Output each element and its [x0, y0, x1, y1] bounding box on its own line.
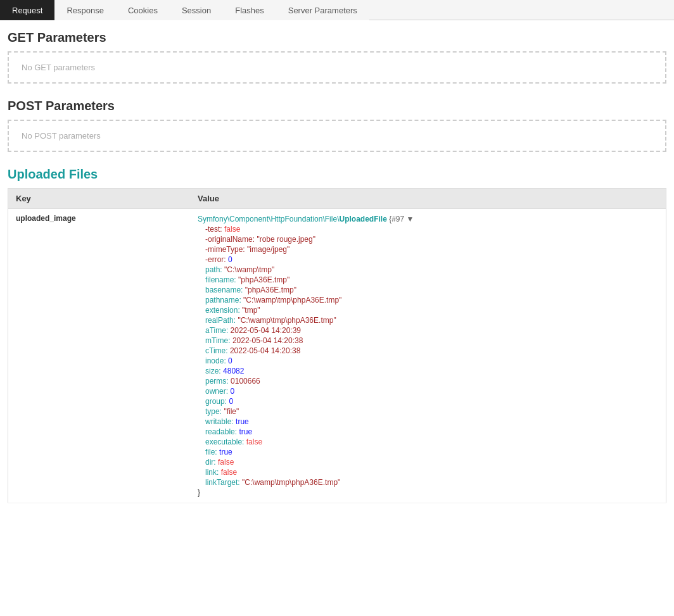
property-line: link: false [205, 467, 658, 477]
property-line: path: "C:\wamp\tmp" [205, 265, 658, 275]
prop-name: -error: [205, 255, 226, 264]
table-row: uploaded_imageSymfony\Component\HttpFoun… [8, 209, 666, 503]
prop-value: 0 [228, 356, 232, 365]
property-line: pathname: "C:\wamp\tmp\phpA36E.tmp" [205, 295, 658, 305]
property-line: linkTarget: "C:\wamp\tmp\phpA36E.tmp" [205, 477, 658, 487]
col-value-header: Value [190, 189, 666, 209]
prop-name: perms: [205, 377, 229, 386]
post-empty-message: No POST parameters [22, 131, 101, 141]
property-line: size: 48082 [205, 366, 658, 376]
prop-value: 2022-05-04 14:20:38 [230, 346, 300, 355]
closing-brace: } [198, 487, 658, 498]
prop-name: linkTarget: [205, 478, 240, 487]
prop-value: "file" [224, 407, 239, 416]
property-line: executable: false [205, 437, 658, 447]
prop-name: type: [205, 407, 222, 416]
class-namespace[interactable]: Symfony\Component\HttpFoundation\File\ [198, 215, 339, 223]
tab-bar: Request Response Cookies Session Flashes… [0, 0, 674, 20]
property-line: dir: false [205, 457, 658, 467]
prop-value: false [224, 225, 240, 234]
prop-value: "C:\wamp\tmp\phpA36E.tmp" [243, 296, 341, 305]
class-declaration: Symfony\Component\HttpFoundation\File\Up… [198, 214, 658, 224]
property-line: -error: 0 [205, 255, 658, 265]
prop-value: true [219, 448, 232, 456]
prop-value: "phpA36E.tmp" [245, 286, 296, 294]
get-parameters-title: GET Parameters [8, 30, 666, 45]
property-line: writable: true [205, 417, 658, 427]
prop-value: "tmp" [242, 306, 260, 315]
prop-name: extension: [205, 306, 240, 315]
property-line: file: true [205, 447, 658, 457]
prop-value: "robe rouge.jpeg" [257, 235, 315, 244]
property-line: -test: false [205, 224, 658, 234]
prop-name: writable: [205, 417, 234, 426]
prop-name: -mimeType: [205, 245, 245, 254]
prop-name: pathname: [205, 296, 241, 305]
property-line: aTime: 2022-05-04 14:20:39 [205, 325, 658, 336]
tab-server-parameters[interactable]: Server Parameters [276, 0, 369, 20]
prop-value: true [239, 427, 252, 436]
prop-value: false [246, 437, 262, 446]
prop-name: link: [205, 468, 219, 477]
prop-value: "C:\wamp\tmp" [224, 265, 274, 274]
prop-value: 48082 [223, 367, 244, 375]
property-line: -originalName: "robe rouge.jpeg" [205, 234, 658, 244]
prop-value: false [218, 458, 234, 467]
prop-value: "C:\wamp\tmp\phpA36E.tmp" [238, 316, 336, 325]
tab-request[interactable]: Request [0, 0, 54, 20]
prop-name: path: [205, 265, 222, 274]
collapse-icon[interactable]: ▼ [407, 215, 414, 223]
post-parameters-empty: No POST parameters [8, 120, 666, 152]
property-line: extension: "tmp" [205, 305, 658, 315]
prop-name: group: [205, 397, 227, 406]
prop-name: -test: [205, 225, 222, 234]
property-line: basename: "phpA36E.tmp" [205, 285, 658, 295]
prop-name: size: [205, 367, 221, 375]
prop-name: -originalName: [205, 235, 255, 244]
property-line: -mimeType: "image/jpeg" [205, 244, 658, 255]
class-name[interactable]: UploadedFile [339, 215, 386, 223]
property-line: readable: true [205, 427, 658, 437]
prop-name: filename: [205, 275, 236, 284]
tab-response[interactable]: Response [54, 0, 116, 20]
prop-value: "C:\wamp\tmp\phpA36E.tmp" [242, 478, 340, 487]
property-line: cTime: 2022-05-04 14:20:38 [205, 346, 658, 356]
prop-name: basename: [205, 286, 243, 294]
prop-value: true [236, 417, 249, 426]
tab-cookies[interactable]: Cookies [116, 0, 170, 20]
prop-name: mTime: [205, 336, 231, 345]
prop-value: 0100666 [231, 377, 260, 386]
prop-name: executable: [205, 437, 244, 446]
uploaded-files-table: Key Value uploaded_imageSymfony\Componen… [8, 188, 666, 503]
prop-name: file: [205, 448, 217, 456]
prop-name: cTime: [205, 346, 228, 355]
prop-value: "phpA36E.tmp" [238, 275, 289, 284]
prop-name: readable: [205, 427, 237, 436]
prop-value: 0 [229, 397, 233, 406]
tab-flashes[interactable]: Flashes [223, 0, 276, 20]
uploaded-files-title: Uploaded Files [8, 167, 666, 182]
cell-value: Symfony\Component\HttpFoundation\File\Up… [190, 209, 666, 503]
property-line: mTime: 2022-05-04 14:20:38 [205, 336, 658, 346]
get-empty-message: No GET parameters [22, 63, 95, 72]
property-line: inode: 0 [205, 356, 658, 366]
prop-value: "image/jpeg" [247, 245, 289, 254]
prop-value: 0 [230, 387, 234, 396]
tab-session[interactable]: Session [170, 0, 223, 20]
prop-name: realPath: [205, 316, 236, 325]
property-line: type: "file" [205, 406, 658, 417]
prop-name: inode: [205, 356, 226, 365]
prop-value: 2022-05-04 14:20:39 [231, 326, 301, 335]
object-id: {#97 [389, 215, 404, 223]
prop-name: dir: [205, 458, 216, 467]
prop-value: 0 [228, 255, 232, 264]
post-parameters-title: POST Parameters [8, 99, 666, 113]
property-line: filename: "phpA36E.tmp" [205, 275, 658, 285]
property-line: realPath: "C:\wamp\tmp\phpA36E.tmp" [205, 315, 658, 325]
cell-key: uploaded_image [8, 209, 191, 503]
get-parameters-empty: No GET parameters [8, 51, 666, 84]
property-line: perms: 0100666 [205, 376, 658, 386]
prop-value: false [221, 468, 237, 477]
property-line: group: 0 [205, 396, 658, 406]
prop-value: 2022-05-04 14:20:38 [232, 336, 303, 345]
